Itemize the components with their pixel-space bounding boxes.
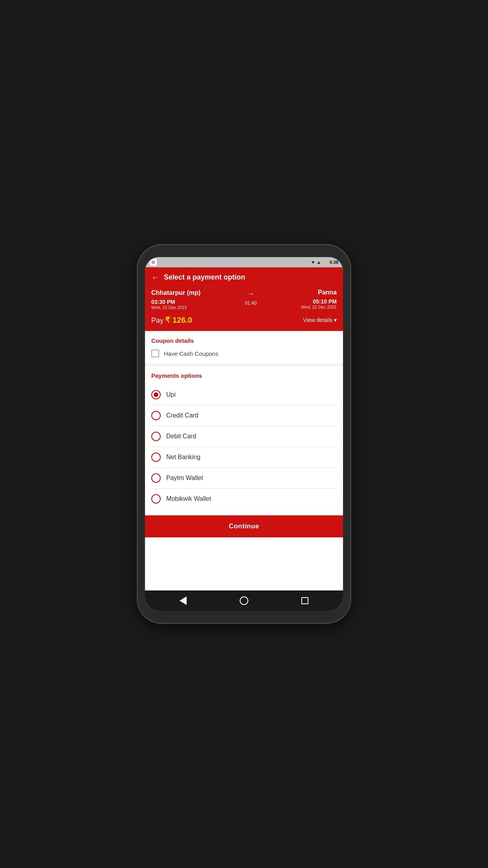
cash-coupon-label: Have Cash Coupons bbox=[164, 350, 218, 357]
payments-section: Payments options Upi Credit Card Debit C… bbox=[145, 366, 343, 515]
dest-name: Panna bbox=[301, 289, 337, 296]
payment-option-mobikwik[interactable]: Mobikwik Wallet bbox=[151, 489, 337, 509]
route-middle: → 01:40 bbox=[204, 289, 298, 306]
view-details-label: View details bbox=[303, 317, 332, 323]
dest-time: 05:10 PM bbox=[301, 298, 337, 305]
back-triangle-icon bbox=[180, 596, 187, 605]
radio-upi[interactable] bbox=[151, 390, 161, 399]
radio-debit-card[interactable] bbox=[151, 432, 161, 441]
radio-credit-card[interactable] bbox=[151, 411, 161, 420]
payment-label-paytm: Paytm Wallet bbox=[166, 474, 203, 482]
route-origin: Chhatarpur (mp) 03:30 PM Wed, 22 Dec 202… bbox=[151, 289, 200, 310]
phone-device: M ▼ ▲ ⚡ 6:38 ← Select a payment option C… bbox=[138, 245, 350, 623]
payment-option-paytm[interactable]: Paytm Wallet bbox=[151, 468, 337, 489]
app-header: ← Select a payment option Chhatarpur (mp… bbox=[145, 267, 343, 331]
origin-date: Wed, 22 Dec 2021 bbox=[151, 305, 200, 310]
phone-screen: M ▼ ▲ ⚡ 6:38 ← Select a payment option C… bbox=[145, 257, 343, 611]
origin-name: Chhatarpur (mp) bbox=[151, 289, 200, 296]
coupon-section: Coupon details Have Cash Coupons bbox=[145, 331, 343, 366]
header-title-row: ← Select a payment option bbox=[151, 273, 337, 282]
origin-time: 03:30 PM bbox=[151, 299, 200, 305]
pay-row: Pay ₹ 126.0 View details ▾ bbox=[151, 315, 337, 325]
status-right: ▼ ▲ ⚡ 6:38 bbox=[311, 260, 338, 265]
coupon-section-title: Coupon details bbox=[151, 337, 337, 344]
route-destination: Panna 05:10 PM Wed, 22 Dec 2021 bbox=[301, 289, 337, 309]
payment-label-upi: Upi bbox=[166, 391, 176, 398]
recents-square-icon bbox=[301, 597, 308, 604]
payment-label-credit-card: Credit Card bbox=[166, 412, 198, 419]
wifi-icon: ▼ bbox=[311, 260, 315, 265]
signal-icon: ▲ bbox=[317, 260, 321, 265]
coupon-checkbox-row[interactable]: Have Cash Coupons bbox=[151, 349, 337, 357]
pay-info: Pay ₹ 126.0 bbox=[151, 315, 192, 325]
cash-coupon-checkbox[interactable] bbox=[151, 349, 159, 357]
nav-bar bbox=[145, 590, 343, 611]
payment-option-debit-card[interactable]: Debit Card bbox=[151, 426, 337, 447]
payment-label-net-banking: Net Banking bbox=[166, 454, 200, 461]
back-button[interactable]: ← bbox=[151, 273, 159, 282]
view-details-button[interactable]: View details ▾ bbox=[303, 317, 337, 323]
payment-label-debit-card: Debit Card bbox=[166, 433, 196, 440]
gmail-icon: M bbox=[150, 259, 157, 266]
payment-option-net-banking[interactable]: Net Banking bbox=[151, 447, 337, 468]
payment-option-credit-card[interactable]: Credit Card bbox=[151, 405, 337, 426]
status-bar: M ▼ ▲ ⚡ 6:38 bbox=[145, 257, 343, 267]
home-circle-icon bbox=[240, 596, 248, 605]
chevron-down-icon: ▾ bbox=[334, 317, 337, 323]
pay-label: Pay bbox=[151, 316, 163, 324]
continue-button[interactable]: Continue bbox=[145, 515, 343, 537]
radio-mobikwik[interactable] bbox=[151, 494, 161, 504]
route-duration: 01:40 bbox=[245, 300, 257, 306]
route-arrow-icon: → bbox=[247, 290, 254, 298]
payment-label-mobikwik: Mobikwik Wallet bbox=[166, 495, 211, 502]
time-display: 6:38 bbox=[330, 260, 338, 265]
page-title: Select a payment option bbox=[164, 273, 245, 281]
radio-paytm[interactable] bbox=[151, 473, 161, 483]
status-left: M bbox=[150, 259, 157, 266]
pay-amount: ₹ 126.0 bbox=[165, 316, 192, 324]
content-area: Coupon details Have Cash Coupons Payment… bbox=[145, 331, 343, 590]
dest-date: Wed, 22 Dec 2021 bbox=[301, 305, 337, 309]
back-nav-button[interactable] bbox=[177, 595, 189, 607]
route-info: Chhatarpur (mp) 03:30 PM Wed, 22 Dec 202… bbox=[151, 289, 337, 310]
radio-net-banking[interactable] bbox=[151, 452, 161, 462]
payment-option-upi[interactable]: Upi bbox=[151, 384, 337, 405]
battery-icon: ⚡ bbox=[323, 260, 328, 265]
payments-section-title: Payments options bbox=[151, 372, 337, 379]
home-nav-button[interactable] bbox=[238, 595, 250, 607]
recents-nav-button[interactable] bbox=[299, 595, 311, 607]
